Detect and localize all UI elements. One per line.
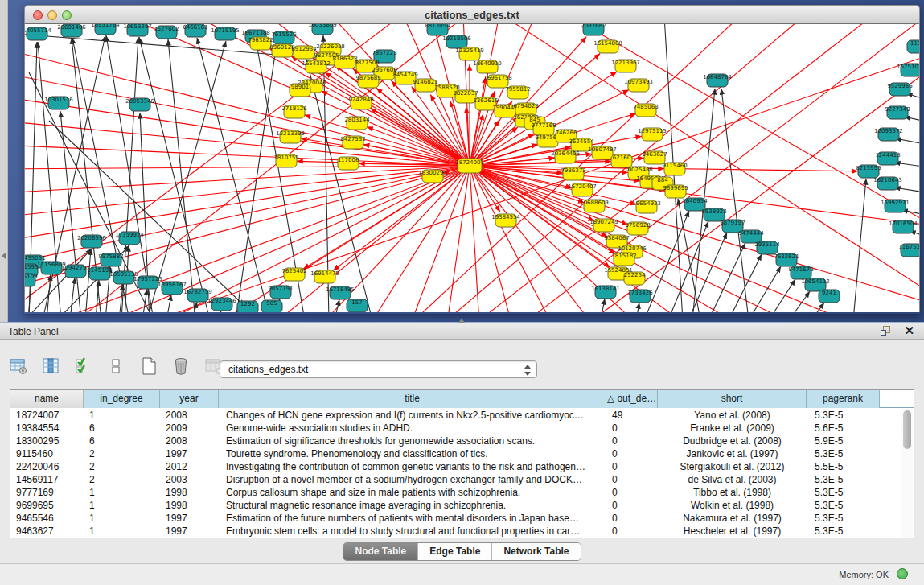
network-window-titlebar[interactable]: citations_edges.txt — [24, 5, 920, 24]
graph-node[interactable]: 16648784 — [703, 74, 732, 87]
graph-node[interactable]: 9756928 — [625, 222, 650, 235]
graph-node[interactable]: 8215955 — [856, 165, 881, 178]
graph-node[interactable]: 18724007 — [455, 159, 484, 173]
graph-node[interactable]: 7615526 — [271, 31, 297, 44]
graph-node[interactable]: 18640910 — [473, 60, 502, 73]
column-header-out_de[interactable]: △ out_de… — [606, 390, 658, 408]
graph-node[interactable]: 13958167 — [158, 282, 187, 295]
table-row[interactable]: 977716911998Corpus callosum shape and si… — [10, 486, 901, 499]
graph-node[interactable]: 62160 — [611, 154, 632, 167]
graph-node[interactable]: 9857791 — [268, 286, 293, 299]
graph-node[interactable]: 98901 — [290, 84, 310, 97]
graph-node[interactable]: 7625402 — [281, 268, 306, 281]
graph-node[interactable]: 12213399 — [276, 130, 305, 143]
graph-node[interactable]: 12975115 — [638, 128, 667, 141]
table-settings-icon[interactable] — [10, 357, 27, 375]
column-header-name[interactable]: name — [10, 390, 84, 408]
graph-node[interactable]: 9241 — [819, 290, 840, 303]
graph-node[interactable]: 14055714 — [25, 27, 51, 40]
graph-node[interactable]: 2803144 — [344, 117, 370, 130]
graph-node[interactable]: 1905109 — [25, 274, 38, 286]
graph-node[interactable]: 12213967 — [611, 60, 640, 72]
graph-node[interactable]: 9242848 — [348, 97, 373, 109]
graph-node[interactable]: 8471676 — [788, 266, 814, 279]
table-row[interactable]: 969969511998Structural magnetic resonanc… — [10, 499, 901, 512]
table-panel-titlebar[interactable]: Table Panel ✕ — [0, 322, 924, 340]
graph-node[interactable]: 9975887 — [98, 253, 123, 266]
graph-node[interactable]: 2718126 — [281, 105, 307, 118]
graph-node[interactable]: 8427552 — [340, 136, 365, 149]
close-panel-icon[interactable]: ✕ — [904, 324, 914, 337]
tab-node-table[interactable]: Node Table — [343, 543, 417, 560]
graph-node[interactable]: 10301516 — [44, 97, 73, 109]
table-row[interactable]: 2242004622012Investigating the contribut… — [10, 460, 901, 473]
graph-node[interactable]: 1145193 — [87, 267, 112, 280]
column-header-short[interactable]: short — [658, 390, 807, 408]
graph-node[interactable]: 16154808 — [593, 40, 622, 53]
graph-node[interactable]: 16543812 — [302, 60, 331, 73]
graph-node[interactable]: 15751074 — [897, 64, 920, 76]
graph-node[interactable]: 8912934 — [291, 46, 317, 59]
graph-node[interactable]: 15718485 — [326, 286, 355, 299]
graph-node[interactable]: 18951764 — [91, 24, 120, 35]
graph-node[interactable]: 16914479 — [310, 270, 339, 283]
float-panel-icon[interactable] — [881, 326, 892, 337]
graph-node[interactable]: 19218506 — [442, 35, 471, 48]
table-selector-combobox[interactable]: citations_edges.txt — [220, 360, 537, 378]
graph-node[interactable]: 12325419 — [455, 47, 484, 60]
column-header-title[interactable]: title — [219, 390, 606, 408]
new-table-icon[interactable] — [140, 357, 158, 375]
graph-node[interactable]: 7485063 — [633, 104, 658, 117]
graph-node[interactable]: 9227349 — [885, 106, 910, 119]
graph-node[interactable]: 20691406 — [57, 24, 86, 37]
scrollbar-thumb[interactable] — [903, 410, 911, 449]
graph-node[interactable]: 2935114 — [754, 241, 780, 254]
graph-node[interactable]: 1815182 — [611, 253, 636, 266]
table-row[interactable]: 1872400712008Changes of HCN gene express… — [10, 409, 901, 422]
column-header-pagerank[interactable]: pagerank — [807, 390, 880, 408]
graph-node[interactable]: 1527602 — [154, 26, 179, 39]
graph-node[interactable]: 16210643 — [873, 177, 902, 190]
graph-node[interactable]: 16138141 — [591, 286, 620, 299]
graph-node[interactable]: 17359924 — [115, 232, 144, 245]
tab-edge-table[interactable]: Edge Table — [417, 543, 491, 560]
graph-node[interactable]: 1292 — [237, 301, 258, 312]
table-row[interactable]: 1830029562008Estimation of significance … — [10, 435, 901, 447]
graph-node[interactable]: 16033809 — [308, 24, 337, 35]
graph-node[interactable]: 9115460 — [662, 163, 687, 175]
graph-node[interactable]: 9699695 — [663, 185, 688, 198]
network-view[interactable]: 1405571420691406189517641065328715276026… — [24, 24, 920, 312]
graph-node[interactable]: 117006 — [338, 157, 359, 170]
graph-node[interactable]: 15720407 — [568, 183, 597, 196]
graph-node[interactable]: 1244413 — [875, 152, 900, 165]
table-row[interactable]: 946554611997Estimation of the future num… — [10, 512, 901, 525]
graph-node[interactable]: 10688609 — [580, 200, 609, 212]
graph-node[interactable]: 20206596 — [77, 235, 106, 248]
graph-node[interactable]: 6466161 — [183, 24, 207, 37]
table-row[interactable]: 911546021997Tourette syndrome. Phenomeno… — [10, 447, 901, 460]
graph-node[interactable]: 10653287 — [123, 24, 152, 36]
graph-node[interactable]: 9777169 — [531, 122, 556, 135]
row-height-icon[interactable] — [107, 357, 125, 375]
graph-node[interactable]: 2087682 — [581, 24, 606, 35]
graph-node[interactable]: 7955812 — [505, 86, 530, 99]
delete-table-icon[interactable] — [172, 357, 190, 375]
graph-node[interactable]: 15992971 — [881, 200, 910, 212]
graph-node[interactable]: 8813054 — [425, 24, 450, 35]
graph-node[interactable]: 985 — [261, 300, 282, 312]
graph-node[interactable]: 157 — [347, 299, 368, 312]
graph-node[interactable]: 9875685 — [355, 75, 380, 88]
graph-node[interactable]: 20053346 — [125, 98, 154, 111]
column-visibility-icon[interactable] — [42, 357, 60, 375]
graph-node[interactable]: 1117 — [907, 40, 920, 53]
graph-node[interactable]: 1167533 — [898, 244, 920, 257]
graph-node[interactable]: 7632621 — [774, 253, 799, 266]
graph-node[interactable]: 1810755 — [273, 154, 298, 167]
graph-node[interactable]: 12923446 — [207, 298, 236, 311]
graph-node[interactable]: 10973493 — [624, 79, 653, 92]
graph-node[interactable]: 1733426 — [627, 290, 653, 303]
graph-node[interactable]: 18907249 — [589, 219, 618, 232]
graph-node[interactable]: 19654923 — [632, 200, 661, 213]
table-row[interactable]: 946362711997Embryonic stem cells: a mode… — [10, 525, 901, 538]
split-pane-handle[interactable] — [458, 319, 465, 323]
